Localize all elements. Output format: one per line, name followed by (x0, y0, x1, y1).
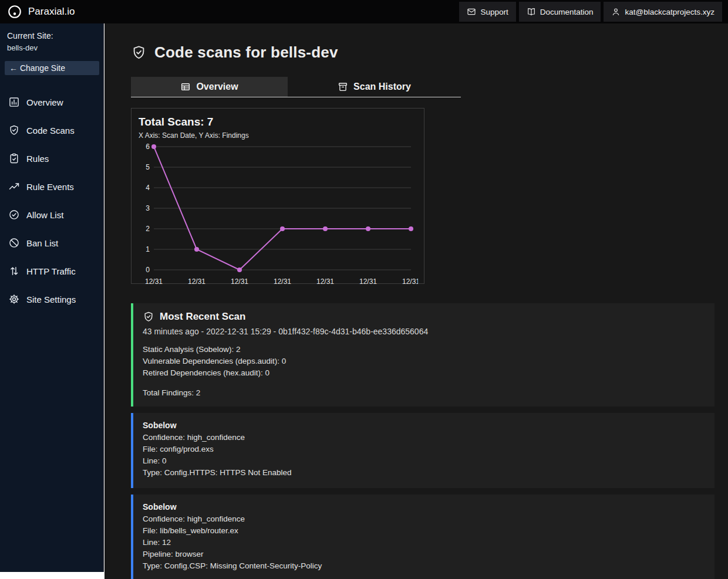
sidebar-item-label: HTTP Traffic (26, 266, 76, 276)
finding-line: Confidence: high_confidence (143, 513, 705, 525)
current-site-label: Current Site: (0, 31, 103, 40)
archive-box-icon (338, 82, 348, 92)
shield-check-icon (131, 45, 147, 60)
chart-subtitle: X Axis: Scan Date, Y Axis: Findings (139, 131, 418, 140)
sidebar-item-label: Overview (26, 97, 63, 107)
topbar: Paraxial.io Support Documentation kat@bl… (0, 0, 728, 23)
bar-chart-icon (8, 96, 20, 108)
svg-text:3: 3 (146, 204, 150, 212)
user-email: kat@blackcatprojects.xyz (625, 8, 714, 16)
recent-scan-line: Vulnerable Dependencies (deps.audit): 0 (143, 355, 705, 367)
sidebar-item-allow-list[interactable]: Allow List (0, 201, 103, 229)
sidebar-item-label: Allow List (26, 210, 63, 220)
shield-check-icon (8, 124, 20, 136)
main-content: Code scans for bells-dev Overview Scan H… (105, 23, 728, 579)
finding-line: Type: Config.HTTPS: HTTPS Not Enabled (143, 467, 705, 479)
user-icon (611, 7, 621, 16)
finding-line: Line: 0 (143, 455, 705, 467)
brand-title: Paraxial.io (28, 6, 75, 18)
support-label: Support (480, 8, 508, 16)
page-title: Code scans for bells-dev (154, 43, 338, 62)
page-bottom-strip (0, 572, 104, 579)
svg-text:12/31: 12/31 (188, 277, 205, 286)
gear-icon (8, 293, 20, 305)
arrows-up-down-icon (8, 265, 20, 277)
check-circle-icon (8, 209, 20, 221)
scan-chart: 012345612/3112/3112/3112/3112/3112/3112/… (139, 142, 418, 289)
current-site-value: bells-dev (0, 43, 103, 52)
finding-card: Sobelow Confidence: high_confidence File… (131, 413, 714, 488)
sidebar-item-http-traffic[interactable]: HTTP Traffic (0, 257, 103, 285)
app-window: Paraxial.io Support Documentation kat@bl… (0, 0, 728, 579)
clipboard-check-icon (8, 153, 20, 164)
finding-line: File: lib/bells_web/router.ex (143, 525, 705, 537)
recent-scan-meta: 43 minutes ago - 2022-12-31 15:29 - 0b1f… (143, 327, 705, 336)
finding-card: Sobelow Confidence: high_confidence File… (131, 495, 714, 579)
tab-scan-history[interactable]: Scan History (288, 77, 461, 97)
finding-tool: Sobelow (143, 502, 705, 512)
documentation-label: Documentation (540, 8, 594, 16)
svg-text:4: 4 (146, 184, 150, 192)
svg-text:2: 2 (146, 225, 150, 233)
sidebar-item-code-scans[interactable]: Code Scans (0, 116, 103, 144)
svg-text:12/31: 12/31 (231, 277, 248, 286)
recent-scan-header: Most Recent Scan (143, 311, 705, 323)
svg-text:6: 6 (146, 143, 150, 151)
topbar-actions: Support Documentation kat@blackcatprojec… (459, 2, 722, 22)
envelope-icon (467, 7, 476, 16)
user-account-button[interactable]: kat@blackcatprojects.xyz (604, 2, 722, 22)
recent-scan-total: Total Findings: 2 (143, 388, 705, 397)
sidebar-item-rule-events[interactable]: Rule Events (0, 172, 103, 201)
documentation-button[interactable]: Documentation (519, 2, 601, 22)
finding-line: Confidence: high_confidence (143, 432, 705, 443)
brand: Paraxial.io (7, 4, 75, 19)
ban-icon (8, 237, 20, 249)
svg-text:12/31: 12/31 (274, 277, 291, 286)
svg-text:12/31: 12/31 (145, 277, 163, 286)
sidebar-item-label: Rules (26, 154, 49, 164)
recent-scan-line: Static Analysis (Sobelow): 2 (143, 344, 705, 355)
sidebar-item-label: Ban List (26, 238, 58, 248)
sidebar-item-label: Site Settings (26, 294, 76, 304)
support-button[interactable]: Support (459, 2, 515, 22)
sidebar: Current Site: bells-dev ← Change Site Ov… (0, 23, 104, 572)
trending-up-icon (8, 181, 20, 192)
shield-check-icon (143, 311, 154, 323)
table-icon (180, 82, 191, 92)
chart-title: Total Scans: 7 (139, 116, 418, 128)
sidebar-item-ban-list[interactable]: Ban List (0, 229, 103, 257)
svg-text:1: 1 (146, 245, 150, 253)
finding-line: Line: 12 (143, 537, 705, 548)
svg-text:5: 5 (146, 163, 150, 171)
sidebar-item-overview[interactable]: Overview (0, 88, 103, 116)
svg-text:12/31: 12/31 (402, 277, 418, 286)
most-recent-scan-card: Most Recent Scan 43 minutes ago - 2022-1… (131, 303, 714, 407)
sidebar-item-site-settings[interactable]: Site Settings (0, 285, 103, 313)
svg-text:12/31: 12/31 (359, 277, 377, 286)
sidebar-item-label: Rule Events (26, 182, 74, 192)
page-title-row: Code scans for bells-dev (131, 43, 714, 62)
sidebar-item-rules[interactable]: Rules (0, 144, 103, 172)
change-site-button[interactable]: ← Change Site (5, 61, 99, 75)
finding-line: Type: Config.CSP: Missing Content-Securi… (143, 560, 705, 572)
tab-bar: Overview Scan History (131, 77, 461, 97)
svg-text:0: 0 (146, 266, 150, 274)
book-icon (527, 7, 536, 16)
paraxial-logo-icon (7, 4, 22, 19)
recent-scan-line: Retired Dependencies (hex.audit): 0 (143, 367, 705, 379)
finding-line: Pipeline: browser (143, 548, 705, 560)
finding-tool: Sobelow (143, 421, 705, 430)
tab-overview-label: Overview (196, 82, 238, 92)
sidebar-item-label: Code Scans (26, 126, 75, 136)
recent-scan-title: Most Recent Scan (160, 311, 245, 323)
finding-line: File: config/prod.exs (143, 443, 705, 455)
sidebar-nav: Overview Code Scans Rules Rule Events (0, 88, 103, 313)
tab-overview[interactable]: Overview (131, 77, 288, 97)
tab-scan-history-label: Scan History (353, 82, 411, 92)
total-scans-chart-card: Total Scans: 7 X Axis: Scan Date, Y Axis… (131, 108, 424, 284)
svg-text:12/31: 12/31 (316, 277, 334, 286)
